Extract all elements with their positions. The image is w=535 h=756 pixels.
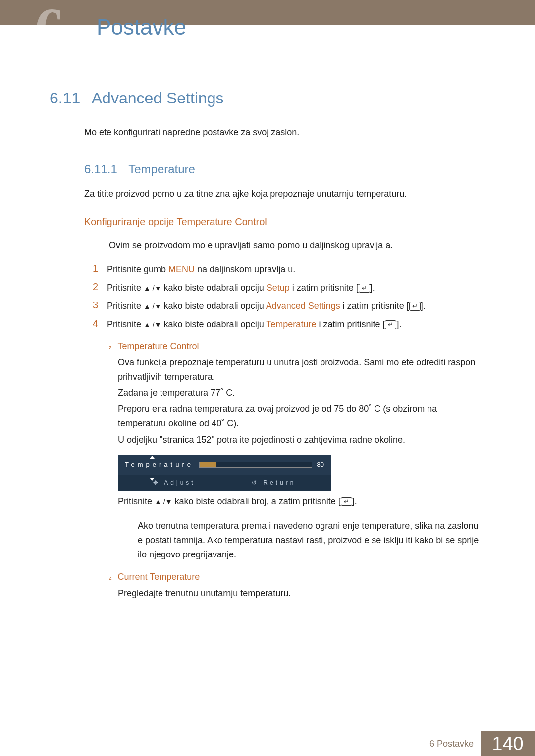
- step-text: kako biste odabrali opciju: [161, 283, 267, 293]
- section-title: Advanced Settings: [92, 89, 224, 107]
- bullet-text: Pregledajte trenutnu unutarnju temperatu…: [118, 586, 485, 601]
- triangle-down-icon: [150, 478, 155, 481]
- enter-icon: ↵: [341, 497, 352, 506]
- step-text: i zatim pritisnite [: [290, 283, 359, 293]
- bullet-title: Temperature Control: [118, 341, 199, 351]
- enter-icon: ↵: [359, 284, 370, 293]
- osd-value: 80: [317, 460, 324, 470]
- bullet-text: Ova funkcija prepoznaje temperaturu u un…: [118, 355, 485, 384]
- step-keyword: Temperature: [266, 319, 316, 329]
- bullet-text: U odjeljku "stranica 152" potra ite poje…: [118, 433, 485, 447]
- subsection-title: Temperature: [128, 162, 195, 176]
- section-intro: Mo ete konfigurirati napredne postavke z…: [84, 127, 485, 138]
- section-heading: 6.11 Advanced Settings: [50, 89, 485, 107]
- osd-track: [199, 462, 312, 468]
- step-text: i zatim pritisnite [: [316, 319, 385, 329]
- step: 2 Pritisnite ▲ /▼ kako biste odabrali op…: [89, 281, 485, 295]
- osd-adjust: ✥ Adjust: [153, 478, 196, 488]
- subsection-heading: 6.11.1 Temperature: [84, 162, 485, 176]
- step-number: 1: [89, 263, 98, 274]
- bullet: zTemperature Control Ova funkcija prepoz…: [109, 339, 485, 562]
- enter-icon: ↵: [385, 320, 396, 329]
- step-text: kako biste odabrali opciju: [161, 319, 267, 329]
- arrow-icons: ▲ /▼: [144, 320, 161, 330]
- subsection-desc: Za titite proizvod pomo u za titne zna a…: [84, 189, 485, 199]
- config-title: Konfiguriranje opcije Temperature Contro…: [84, 216, 485, 228]
- step: 1 Pritisnite gumb MENU na daljinskom upr…: [89, 263, 485, 276]
- step-text: kako biste odabrali opciju: [161, 301, 266, 311]
- bullet-icon: z: [109, 575, 112, 581]
- arrow-icons: ▲ /▼: [155, 496, 172, 507]
- bullet-text: Zadana je temperatura 77˚ C.: [118, 386, 485, 400]
- section-number: 6.11: [50, 89, 80, 107]
- bullet: zCurrent Temperature Pregledajte trenutn…: [109, 570, 485, 601]
- osd-return: ↺ Return: [252, 478, 296, 488]
- arrow-icons: ▲ /▼: [144, 283, 161, 294]
- subsection-number: 6.11.1: [84, 162, 117, 176]
- footer-section: 6 Postavke: [0, 731, 481, 756]
- step-number: 3: [89, 300, 98, 311]
- step-text: Pritisnite: [107, 301, 144, 311]
- step-text: na daljinskom upravlja u.: [195, 264, 295, 274]
- osd-label: Temperature: [125, 460, 199, 470]
- arrow-icons: ▲ /▼: [144, 302, 161, 312]
- bullet-title: Current Temperature: [118, 572, 200, 582]
- step-number: 2: [89, 281, 98, 293]
- step-keyword: Setup: [267, 283, 290, 293]
- step-text: Pritisnite: [107, 319, 144, 329]
- step-keyword: Advanced Settings: [266, 301, 340, 311]
- step-text: Pritisnite: [107, 283, 144, 293]
- header-bar: [0, 0, 535, 25]
- triangle-up-icon: [150, 456, 155, 459]
- osd-thumb: [200, 462, 216, 467]
- footer: 6 Postavke 140: [0, 731, 535, 756]
- page-title: Postavke: [97, 15, 186, 40]
- osd-screenshot: Temperature 80 ✥ Adjust ↺ Return: [118, 455, 331, 491]
- step-text: ].: [421, 301, 426, 311]
- warning-text: Ako trenutna temperatura prema i naveden…: [138, 519, 485, 561]
- osd-slider: 80: [199, 460, 324, 470]
- steps-list: 1 Pritisnite gumb MENU na daljinskom upr…: [89, 263, 485, 600]
- step: 3 Pritisnite ▲ /▼ kako biste odabrali op…: [89, 300, 485, 313]
- step-number: 4: [89, 318, 98, 329]
- enter-icon: ↵: [409, 302, 421, 311]
- step-text: ].: [370, 283, 375, 293]
- chapter-number: 6: [35, 0, 64, 63]
- config-note: Ovim se proizvodom mo e upravljati samo …: [109, 240, 485, 251]
- step-keyword: MENU: [168, 264, 195, 274]
- bullet-icon: z: [109, 344, 112, 350]
- step-text: ].: [396, 319, 401, 329]
- after-osd-text: Pritisnite ▲ /▼ kako biste odabrali broj…: [118, 494, 485, 508]
- step-text: i zatim pritisnite [: [340, 301, 409, 311]
- bullet-text: Preporu ena radna temperatura za ovaj pr…: [118, 402, 485, 431]
- step-text: Pritisnite gumb: [107, 264, 168, 274]
- footer-page-number: 140: [481, 731, 535, 756]
- step: 4 Pritisnite ▲ /▼ kako biste odabrali op…: [89, 318, 485, 331]
